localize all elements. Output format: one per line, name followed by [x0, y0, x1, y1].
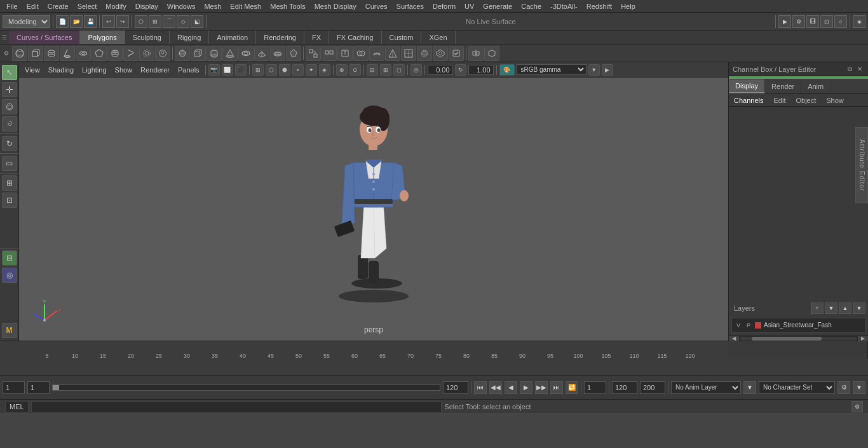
layers-options-btn[interactable]: ▼ [825, 302, 837, 314]
tab-rendering[interactable]: Rendering [256, 31, 304, 44]
menu-mesh-tools[interactable]: Mesh Tools [266, 1, 309, 11]
triangulate-btn[interactable] [385, 46, 400, 61]
menu-display[interactable]: Display [132, 1, 162, 11]
script-input[interactable] [31, 401, 442, 412]
timeline-track[interactable]: 5 10 15 20 25 30 35 40 45 50 55 60 65 70… [0, 341, 728, 359]
lights-btn[interactable]: ✦ [306, 64, 317, 76]
platonic-icon-btn[interactable] [92, 46, 107, 61]
go-to-start-btn[interactable]: ⏮ [474, 381, 487, 394]
range-end-field[interactable] [640, 381, 665, 394]
shelf-settings-btn[interactable]: ⚙ [1, 46, 11, 61]
layers-move-down-btn[interactable]: ▼ [853, 302, 865, 314]
tab-animation[interactable]: Animation [209, 31, 256, 44]
layer-p-toggle[interactable]: P [745, 322, 752, 329]
menu-surfaces[interactable]: Surfaces [393, 1, 428, 11]
tab-sculpting[interactable]: Sculpting [125, 31, 170, 44]
viewport-canvas[interactable]: X Y Z persp [19, 78, 728, 341]
maya-logo-btn[interactable]: M [2, 323, 17, 338]
rp-tab-anim[interactable]: Anim [801, 80, 831, 93]
cone-icon-btn[interactable] [60, 46, 75, 61]
char-set-dropdown[interactable]: No Character Set [759, 381, 835, 394]
lasso-tool-btn[interactable] [2, 116, 17, 132]
tab-xgen[interactable]: XGen [421, 31, 455, 44]
playblast-btn[interactable]: ⊡ [820, 15, 833, 28]
platonic2-btn[interactable] [286, 46, 301, 61]
color-space-expand-btn[interactable]: ▼ [588, 64, 600, 76]
fill-hole-btn[interactable] [417, 46, 432, 61]
layers-move-up-btn[interactable]: ▲ [839, 302, 851, 314]
snap-to-curve-btn[interactable]: ⌒ [163, 15, 175, 28]
film-gate-btn[interactable]: ⬜ [222, 64, 233, 76]
current-frame-display[interactable] [584, 381, 606, 394]
shading-menu[interactable]: Shading [45, 65, 77, 75]
char-set-expand-btn[interactable]: ▼ [853, 381, 865, 394]
redo-btn[interactable]: ↪ [116, 15, 129, 28]
snap-btn[interactable]: ⊡ [2, 193, 17, 208]
separate-btn[interactable] [322, 46, 337, 61]
color-space-select[interactable]: sRGB gamma [517, 64, 587, 75]
snap-to-surface-btn[interactable]: ⬕ [191, 15, 203, 28]
view-menu[interactable]: View [22, 65, 43, 75]
play-forward-btn[interactable]: ▶ [520, 381, 532, 394]
menu-help[interactable]: Help [617, 1, 639, 11]
range-start-field[interactable] [612, 381, 637, 394]
rotate-tool-btn[interactable]: ↻ [2, 136, 17, 151]
play-back-btn[interactable]: ◀ [505, 381, 517, 394]
grid-btn[interactable]: ⊞ [2, 175, 17, 191]
cleanup-btn[interactable] [449, 46, 464, 61]
snap-to-point-btn[interactable]: ◇ [177, 15, 189, 28]
sphere-icon-btn[interactable] [12, 46, 27, 61]
poly-plane-btn[interactable] [254, 46, 269, 61]
tab-polygons[interactable]: Polygons [80, 31, 125, 44]
current-frame-field[interactable] [27, 381, 50, 394]
menu-generate[interactable]: Generate [479, 1, 516, 11]
scroll-right-btn[interactable]: ▶ [858, 336, 868, 341]
cylinder-icon-btn[interactable] [44, 46, 59, 61]
aov-btn[interactable]: ⊞ [380, 64, 391, 76]
loop-btn[interactable]: 🔁 [566, 381, 578, 394]
render-seq-btn[interactable]: 🎞 [806, 15, 819, 28]
layer-row[interactable]: V P Asian_Streetwear_Fash [732, 318, 865, 332]
panels-menu[interactable]: Panels [175, 65, 203, 75]
render-btn[interactable]: ▶ [778, 15, 791, 28]
camera-rotation-field[interactable] [428, 65, 453, 75]
snap-to-grid-btn[interactable]: ⊞ [149, 15, 161, 28]
menu-file[interactable]: File [3, 1, 22, 11]
menu-edit-mesh[interactable]: Edit Mesh [226, 1, 265, 11]
menu-deform[interactable]: Deform [429, 1, 459, 11]
hud-btn[interactable]: ⊟ [367, 64, 378, 76]
ct-show[interactable]: Show [821, 95, 849, 106]
menu-modify[interactable]: Modify [102, 1, 130, 11]
move-tool-btn[interactable]: ✛ [2, 82, 17, 97]
extract-btn[interactable] [337, 46, 353, 61]
menu-select[interactable]: Select [74, 1, 101, 11]
script-type-label[interactable]: MEL [5, 401, 29, 412]
anim-layer-dropdown[interactable]: No Anim Layer [671, 381, 741, 394]
viewport-renderer-btn[interactable]: ○ [834, 15, 847, 28]
tab-curves-surfaces[interactable]: Curves / Surfaces [9, 31, 80, 44]
soccer-icon-btn[interactable] [155, 46, 170, 61]
symmetrize-btn[interactable] [484, 46, 499, 61]
scrollbar-track[interactable] [740, 337, 857, 341]
timeline-range-track[interactable] [52, 384, 440, 391]
rp-float-btn[interactable]: ⧉ [845, 65, 854, 74]
menu-create[interactable]: Create [44, 1, 72, 11]
select-by-component-btn[interactable]: ⬡ [135, 15, 147, 28]
focus-btn[interactable]: ◎ [410, 64, 422, 76]
rp-close-btn[interactable]: ✕ [855, 65, 864, 74]
go-to-end-btn[interactable]: ⏭ [550, 381, 563, 394]
camera-btn[interactable]: ⊟ [2, 250, 17, 266]
renderer-menu[interactable]: Renderer [137, 65, 173, 75]
tab-bar-collapse-btn[interactable]: ☰ [0, 31, 9, 44]
menu-cache[interactable]: Cache [517, 1, 545, 11]
combine-btn[interactable] [306, 46, 321, 61]
menu-curves[interactable]: Curves [362, 1, 391, 11]
shadows-btn[interactable]: ◈ [319, 64, 330, 76]
select-tool-btn[interactable]: ↖ [2, 65, 17, 80]
helix-icon-btn[interactable] [123, 46, 139, 61]
tab-fx[interactable]: FX [304, 31, 329, 44]
tab-custom[interactable]: Custom [382, 31, 422, 44]
anim-layer-expand-btn[interactable]: ▼ [743, 381, 756, 394]
poly-cube-btn[interactable] [191, 46, 206, 61]
menu-mesh[interactable]: Mesh [200, 1, 225, 11]
